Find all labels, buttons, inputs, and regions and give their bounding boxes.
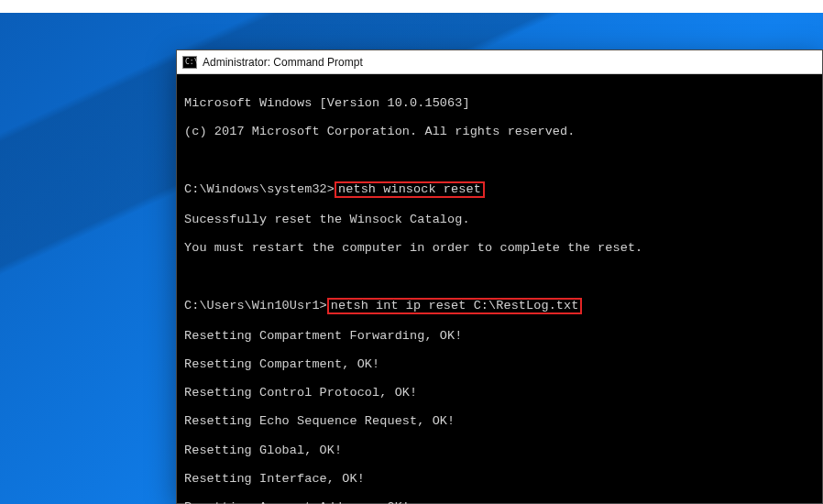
output-line: (c) 2017 Microsoft Corporation. All righ…	[184, 125, 815, 139]
prompt-line: C:\Users\Win10Usr1>netsh int ip reset C:…	[184, 298, 815, 314]
output-line: Resetting Compartment, OK!	[184, 357, 815, 372]
command-prompt-window: C:\ Administrator: Command Prompt Micros…	[176, 49, 823, 504]
output-line: Resetting Echo Sequence Request, OK!	[184, 414, 815, 429]
highlighted-command: netsh int ip reset C:\RestLog.txt	[327, 298, 583, 314]
output-line: Microsoft Windows [Version 10.0.15063]	[184, 96, 815, 111]
cmd-icon: C:\	[182, 55, 197, 70]
output-line: You must restart the computer in order t…	[184, 241, 815, 256]
highlighted-command: netsh winsock reset	[335, 181, 485, 198]
output-line: Resetting Global, OK!	[184, 444, 815, 458]
prompt-path: C:\Windows\system32>	[184, 182, 335, 196]
browser-chrome-strip	[0, 0, 823, 13]
svg-text:C:\: C:\	[185, 58, 197, 66]
output-line: Resetting Control Protocol, OK!	[184, 386, 815, 400]
blank-line	[184, 153, 815, 168]
window-title: Administrator: Command Prompt	[203, 56, 363, 69]
prompt-path: C:\Users\Win10Usr1>	[184, 299, 327, 312]
title-bar[interactable]: C:\ Administrator: Command Prompt	[177, 50, 822, 74]
terminal-output[interactable]: Microsoft Windows [Version 10.0.15063] (…	[177, 74, 822, 504]
output-line: Sucessfully reset the Winsock Catalog.	[184, 213, 815, 227]
output-line: Resetting Anycast Address, OK!	[184, 500, 815, 504]
output-line: Resetting Compartment Forwarding, OK!	[184, 329, 815, 344]
blank-line	[184, 269, 815, 284]
prompt-line: C:\Windows\system32>netsh winsock reset	[184, 181, 815, 198]
output-line: Resetting Interface, OK!	[184, 472, 815, 487]
